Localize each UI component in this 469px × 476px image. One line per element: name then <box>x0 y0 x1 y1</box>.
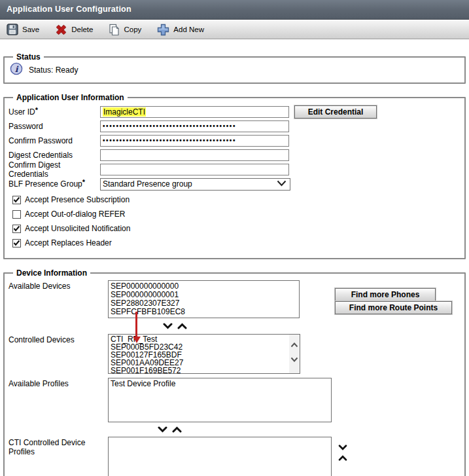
blf-presence-group-select[interactable]: Standard Presence group <box>100 178 290 191</box>
checkbox-accept-unsolicited-notification[interactable] <box>12 225 21 233</box>
confirm-password-field[interactable]: •••••••••••••••••••••••••••••••••••••••• <box>100 135 289 147</box>
find-more-phones-button[interactable]: Find more Phones <box>335 288 436 301</box>
confirm-password-label: Confirm Password <box>9 136 100 145</box>
blf-presence-group-value: Standard Presence group <box>103 179 192 189</box>
toolbar: Save Delete Copy <box>0 20 469 39</box>
digest-credentials-label: Digest Credentials <box>9 151 100 160</box>
blue-plus-icon <box>157 24 169 36</box>
controlled-devices-listbox[interactable]: CTI_RP_Test SEP000B5FD23C42 SEP00127F165… <box>108 334 300 374</box>
checkbox-label: Accept Replaces Header <box>25 238 112 247</box>
password-masked-value: •••••••••••••••••••••••••••••••••••••••• <box>103 121 236 132</box>
move-up-button[interactable] <box>338 455 347 461</box>
checkbox-label: Accept Presence Subscription <box>25 195 130 204</box>
checkbox-accept-replaces-header[interactable] <box>12 239 21 247</box>
edit-credential-button[interactable]: Edit Credential <box>294 105 377 119</box>
move-up-button[interactable] <box>172 426 182 433</box>
red-x-icon <box>55 24 67 36</box>
move-down-button[interactable] <box>163 323 173 329</box>
status-legend: Status <box>13 52 44 62</box>
list-item[interactable]: SEPFCFBFB109EC8 <box>109 308 299 316</box>
blf-presence-group-label: BLF Presence Group* <box>9 179 100 189</box>
device-information-section: Device Information Find more Phones Find… <box>3 268 466 476</box>
status-text: Status: Ready <box>29 65 78 75</box>
confirm-digest-credentials-label: Confirm Digest Credentials <box>9 160 100 179</box>
copy-pages-icon <box>109 24 120 36</box>
checkbox-label: Accept Out-of-dialog REFER <box>25 210 125 219</box>
user-id-label: User ID* <box>9 107 100 117</box>
chevron-down-icon <box>277 179 287 189</box>
application-user-information-legend: Application User Information <box>13 93 128 102</box>
move-up-button[interactable] <box>177 323 187 329</box>
checkbox-accept-out-of-dialog-refer[interactable] <box>12 210 21 219</box>
available-profiles-label: Available Profiles <box>9 378 108 388</box>
delete-button[interactable]: Delete <box>55 24 93 36</box>
device-information-legend: Device Information <box>13 268 90 278</box>
add-new-button-label: Add New <box>173 26 204 33</box>
status-section: Status i Status: Ready <box>3 52 466 84</box>
list-item[interactable]: SEP001F169BE572 <box>109 367 300 374</box>
page-title: Application User Configuration <box>0 0 469 20</box>
copy-button-label: Copy <box>124 26 141 33</box>
confirm-digest-credentials-field[interactable] <box>100 164 289 175</box>
move-down-button[interactable] <box>338 445 347 450</box>
cti-controlled-device-profiles-label: CTI Controlled Device Profiles <box>9 437 108 456</box>
add-new-button[interactable]: Add New <box>157 24 204 36</box>
move-down-button[interactable] <box>158 426 167 433</box>
find-more-route-points-button[interactable]: Find more Route Points <box>335 301 452 314</box>
floppy-disk-icon <box>7 24 18 35</box>
password-label: Password <box>9 122 100 131</box>
checkbox-label: Accept Unsolicited Notification <box>25 224 130 233</box>
checkbox-accept-presence-subscription[interactable] <box>12 196 21 204</box>
user-id-value: ImagicleCTI <box>103 107 146 117</box>
save-button-label: Save <box>22 26 39 33</box>
page-content: Status i Status: Ready Application User … <box>0 39 469 476</box>
list-item[interactable]: Test Device Profile <box>109 380 331 388</box>
available-profiles-listbox[interactable]: Test Device Profile <box>108 378 332 422</box>
scroll-up-icon[interactable] <box>290 340 298 350</box>
controlled-devices-label: Controlled Devices <box>9 334 108 344</box>
user-id-field[interactable]: ImagicleCTI <box>100 106 289 118</box>
digest-credentials-field[interactable] <box>100 149 289 161</box>
password-field[interactable]: •••••••••••••••••••••••••••••••••••••••• <box>100 120 289 132</box>
available-devices-listbox[interactable]: SEP000000000000 SEP000000000001 SEP28802… <box>108 280 300 318</box>
confirm-password-masked-value: •••••••••••••••••••••••••••••••••••••••• <box>103 136 236 146</box>
scroll-down-icon[interactable] <box>290 355 298 364</box>
info-circle-icon: i <box>10 62 23 77</box>
available-devices-label: Available Devices <box>9 280 108 291</box>
listbox-scrollbar[interactable] <box>289 335 300 373</box>
cti-controlled-device-profiles-listbox[interactable] <box>108 437 332 476</box>
copy-button[interactable]: Copy <box>109 24 141 36</box>
delete-button-label: Delete <box>71 26 93 33</box>
application-user-information-section: Application User Information User ID* Im… <box>3 93 466 259</box>
save-button[interactable]: Save <box>7 24 39 35</box>
